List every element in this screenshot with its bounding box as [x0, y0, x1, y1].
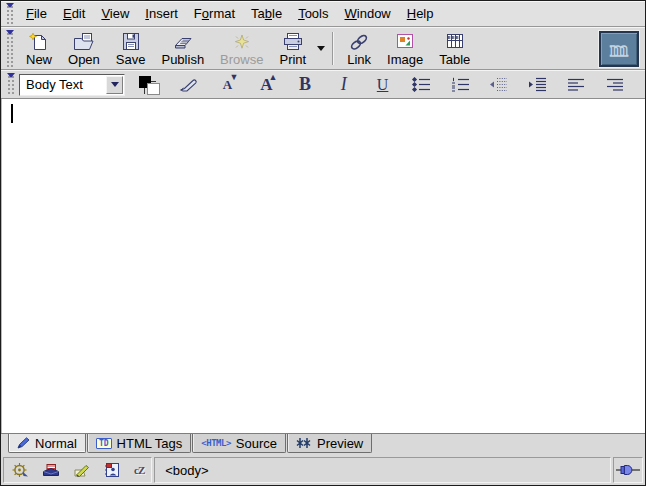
menu-mnemonic: H	[407, 6, 416, 21]
increase-font-button[interactable]: A ▲	[254, 72, 278, 98]
tab-preview[interactable]: Preview	[287, 434, 372, 453]
indent-button[interactable]	[526, 72, 550, 98]
decrease-font-button[interactable]: A ▼	[216, 72, 240, 98]
menu-label-part: nsert	[149, 6, 178, 21]
chatzilla-icon[interactable]: cZ	[134, 464, 144, 476]
tab-normal-label: Normal	[35, 436, 77, 451]
address-book-icon[interactable]	[104, 462, 121, 478]
publish-button[interactable]: Publish	[154, 28, 211, 69]
indent-icon	[528, 77, 547, 92]
align-left-button[interactable]	[564, 72, 588, 98]
background-color-swatch[interactable]	[147, 83, 160, 95]
menu-insert[interactable]: Insert	[137, 2, 186, 25]
paragraph-format-select[interactable]: Body Text	[19, 74, 125, 96]
menu-mnemonic: o	[202, 6, 209, 21]
menu-label-part: elp	[416, 6, 433, 21]
statusbar: cZ <body>	[1, 455, 645, 485]
toolbar-separator	[332, 32, 334, 65]
text-caret	[11, 104, 13, 123]
open-folder-icon	[72, 31, 95, 52]
menu-label-part: ools	[305, 6, 329, 21]
text-color-picker[interactable]	[138, 74, 162, 96]
menu-edit[interactable]: Edit	[55, 2, 93, 25]
save-button-label: Save	[116, 52, 146, 67]
td-tag-icon: TD	[96, 438, 112, 449]
image-button-label: Image	[387, 52, 423, 67]
pen-icon	[179, 77, 199, 92]
composer-icon[interactable]	[73, 462, 91, 478]
format-icons-group: A ▼ A ▲ B I U	[162, 71, 642, 98]
format-toolbar-grippy[interactable]	[6, 73, 16, 96]
navigator-icon[interactable]	[11, 462, 29, 478]
element-path-bar[interactable]: <body>	[154, 457, 611, 483]
svg-text:m: m	[610, 36, 628, 61]
menu-window[interactable]: Window	[337, 2, 399, 25]
tab-html-tags[interactable]: TD HTML Tags	[87, 434, 191, 453]
align-right-button[interactable]	[603, 72, 627, 98]
menu-label-part: rmat	[209, 6, 235, 21]
new-button[interactable]: New	[19, 28, 59, 69]
mail-icon[interactable]	[42, 462, 60, 478]
menu-format[interactable]: Format	[186, 2, 243, 25]
print-button[interactable]: Print	[272, 28, 313, 69]
menu-help[interactable]: Help	[399, 2, 442, 25]
publish-button-label: Publish	[161, 52, 204, 67]
menu-label-part: dit	[72, 6, 86, 21]
pencil-icon	[17, 437, 30, 449]
menu-table[interactable]: Table	[243, 2, 290, 25]
menu-file[interactable]: File	[18, 2, 55, 25]
throbber-logo[interactable]: m	[599, 31, 639, 67]
new-button-label: New	[26, 52, 52, 67]
chevron-down-icon	[317, 46, 325, 51]
print-icon	[282, 31, 304, 52]
image-button[interactable]: Image	[380, 28, 430, 69]
menu-view[interactable]: View	[93, 2, 137, 25]
browse-button-label: Browse	[220, 52, 263, 67]
arrow-down-icon: ▼	[230, 73, 239, 81]
italic-button[interactable]: I	[332, 72, 356, 98]
online-status[interactable]	[613, 457, 643, 483]
main-toolbar: New Open Save Publish Browse	[1, 27, 645, 70]
link-button[interactable]: Link	[340, 28, 378, 69]
browse-button: Browse	[213, 28, 270, 69]
menu-mnemonic: V	[101, 6, 109, 21]
bullet-list-icon	[412, 77, 431, 92]
paragraph-format-value: Body Text	[26, 77, 83, 92]
print-dropdown-arrow[interactable]	[314, 32, 327, 66]
menu-label-part: indow	[357, 6, 391, 21]
menu-label-part: le	[272, 6, 282, 21]
editor-canvas[interactable]	[1, 99, 645, 433]
main-toolbar-grippy[interactable]	[5, 30, 15, 67]
menu-mnemonic: E	[63, 6, 72, 21]
publish-icon	[171, 31, 195, 52]
numbered-list-button[interactable]	[448, 72, 472, 98]
table-button[interactable]: Table	[432, 28, 477, 69]
menu-tools[interactable]: Tools	[290, 2, 336, 25]
menubar-grippy[interactable]	[5, 3, 15, 24]
swatch-tick	[151, 81, 156, 82]
combo-dropdown-button[interactable]	[106, 76, 123, 94]
chevron-down-icon	[111, 82, 119, 87]
menu-label-part: ile	[34, 6, 47, 21]
menubar: File Edit View Insert Format Table Tools…	[1, 1, 645, 27]
menu-label-part: Ta	[251, 6, 265, 21]
format-toolbar: Body Text A ▼ A ▲ B I	[1, 70, 645, 99]
outdent-button[interactable]	[487, 72, 511, 98]
composer-window: File Edit View Insert Format Table Tools…	[0, 0, 646, 486]
bold-button[interactable]: B	[293, 72, 317, 98]
align-left-icon	[567, 78, 585, 92]
save-button[interactable]: Save	[109, 28, 153, 69]
menu-label-part: iew	[110, 6, 130, 21]
open-button[interactable]: Open	[61, 28, 107, 69]
italic-icon: I	[341, 74, 347, 95]
tab-source[interactable]: <HTML> Source	[192, 434, 286, 453]
bullet-list-button[interactable]	[409, 72, 433, 98]
table-icon	[444, 31, 466, 52]
component-bar: cZ	[3, 457, 152, 483]
underline-button[interactable]: U	[371, 72, 395, 98]
open-button-label: Open	[68, 52, 100, 67]
browse-icon	[232, 31, 252, 52]
menu-label-part: F	[194, 6, 202, 21]
highlight-pen-button[interactable]	[177, 72, 201, 98]
tab-normal[interactable]: Normal	[8, 434, 86, 453]
